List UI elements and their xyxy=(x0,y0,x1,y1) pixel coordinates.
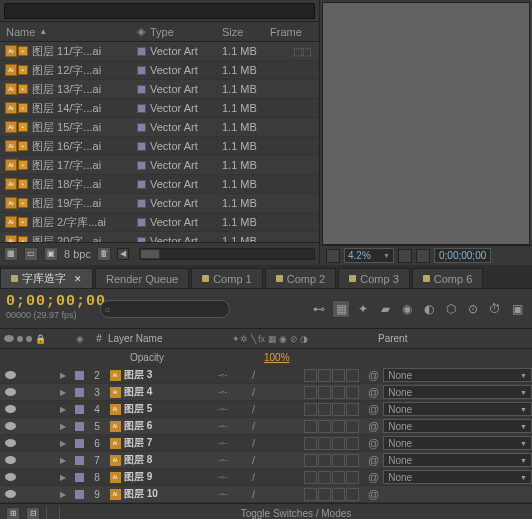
visibility-toggle-icon[interactable] xyxy=(5,405,16,413)
h-scrollbar[interactable] xyxy=(139,248,315,260)
expand-arrow-icon[interactable]: ▶ xyxy=(56,422,70,431)
grid-icon[interactable] xyxy=(398,249,412,263)
switch-blur[interactable]: / xyxy=(252,488,255,500)
bracket-icon[interactable] xyxy=(46,507,60,520)
switch-box[interactable] xyxy=(346,454,359,467)
new-comp-icon[interactable]: ▣ xyxy=(44,247,58,261)
switch-shy[interactable]: -▫- xyxy=(218,489,228,499)
label-swatch[interactable] xyxy=(75,456,84,465)
pickwhip-icon[interactable]: @ xyxy=(368,454,379,466)
switch-blur[interactable]: / xyxy=(252,403,255,415)
project-column-headers[interactable]: Name▲ ◈ Type Size Frame xyxy=(0,22,319,42)
switch-shy[interactable]: -▫- xyxy=(218,438,228,448)
switch-box[interactable] xyxy=(332,437,345,450)
switch-box[interactable] xyxy=(304,471,317,484)
switch-box[interactable] xyxy=(318,437,331,450)
switch-box[interactable] xyxy=(332,454,345,467)
tab-render-queue[interactable]: Render Queue xyxy=(95,268,189,288)
timecode-display[interactable]: 0;00;00;00 xyxy=(6,293,94,310)
brain-icon[interactable]: ◐ xyxy=(420,300,438,318)
layer-name[interactable]: 图层 7 xyxy=(124,436,214,450)
pickwhip-icon[interactable]: @ xyxy=(368,437,379,449)
file-row[interactable]: Ai▪ 图层 13/字...ai Vector Art 1.1 MB xyxy=(0,80,319,99)
tab-comp-3[interactable]: Comp 3 xyxy=(338,268,410,288)
label-col-icon[interactable]: ◈ xyxy=(76,333,84,344)
layer-name[interactable]: 图层 10 xyxy=(124,487,214,501)
file-row[interactable]: Ai▪ 图层 16/字...ai Vector Art 1.1 MB xyxy=(0,137,319,156)
file-row[interactable]: Ai▪ 图层 11/字...ai Vector Art 1.1 MB ⬚⬚ xyxy=(0,42,319,61)
solo-col-icon[interactable] xyxy=(26,336,32,342)
layer-row[interactable]: ▶ 8 Ai 图层 9 -▫-/ @None▼ xyxy=(0,469,532,486)
label-swatch[interactable] xyxy=(137,218,146,227)
switch-box[interactable] xyxy=(346,403,359,416)
label-swatch[interactable] xyxy=(75,439,84,448)
file-row[interactable]: Ai▪ 图层 2/字库...ai Vector Art 1.1 MB xyxy=(0,213,319,232)
switch-box[interactable] xyxy=(304,420,317,433)
switch-shy[interactable]: -▫- xyxy=(218,472,228,482)
file-list[interactable]: Ai▪ 图层 11/字...ai Vector Art 1.1 MB ⬚⬚ Ai… xyxy=(0,42,319,242)
label-swatch[interactable] xyxy=(137,104,146,113)
file-row[interactable]: Ai▪ 图层 17/字...ai Vector Art 1.1 MB xyxy=(0,156,319,175)
file-row[interactable]: Ai▪ 图层 15/字...ai Vector Art 1.1 MB xyxy=(0,118,319,137)
interpret-footage-icon[interactable]: ▦ xyxy=(4,247,18,261)
label-swatch[interactable] xyxy=(75,405,84,414)
pickwhip-icon[interactable]: @ xyxy=(368,403,379,415)
graph-editor-icon[interactable]: ⬡ xyxy=(442,300,460,318)
switch-box[interactable] xyxy=(332,488,345,501)
switch-box[interactable] xyxy=(304,454,317,467)
motion-blur-icon[interactable]: ◉ xyxy=(398,300,416,318)
label-swatch[interactable] xyxy=(137,180,146,189)
layer-name[interactable]: 图层 6 xyxy=(124,419,214,433)
switch-blur[interactable]: / xyxy=(252,454,255,466)
label-swatch[interactable] xyxy=(137,85,146,94)
file-row[interactable]: Ai▪ 图层 19/字...ai Vector Art 1.1 MB xyxy=(0,194,319,213)
switch-box[interactable] xyxy=(332,403,345,416)
expand-arrow-icon[interactable]: ▶ xyxy=(56,405,70,414)
zoom-dropdown[interactable]: 4.2%▼ xyxy=(344,248,394,263)
comp-flowchart-icon[interactable]: ⊷ xyxy=(310,300,328,318)
label-swatch[interactable] xyxy=(75,490,84,499)
close-tab-icon[interactable]: ✕ xyxy=(74,274,82,284)
switch-box[interactable] xyxy=(304,403,317,416)
visibility-toggle-icon[interactable] xyxy=(5,473,16,481)
switch-box[interactable] xyxy=(304,437,317,450)
label-swatch[interactable] xyxy=(137,161,146,170)
switch-box[interactable] xyxy=(346,471,359,484)
file-row[interactable]: Ai▪ 图层 12/字...ai Vector Art 1.1 MB xyxy=(0,61,319,80)
layer-row[interactable]: ▶ 9 Ai 图层 10 -▫-/ @ xyxy=(0,486,532,503)
project-search[interactable] xyxy=(4,3,315,19)
switch-blur[interactable]: / xyxy=(252,420,255,432)
layer-row[interactable]: ▶ 3 Ai 图层 4 -▫-/ @None▼ xyxy=(0,384,532,401)
lock-col-icon[interactable]: 🔒 xyxy=(35,334,46,344)
parent-dropdown[interactable]: None▼ xyxy=(383,436,532,450)
switch-box[interactable] xyxy=(318,454,331,467)
switch-box[interactable] xyxy=(318,403,331,416)
switch-box[interactable] xyxy=(332,369,345,382)
pickwhip-icon[interactable]: @ xyxy=(368,488,379,500)
delete-icon[interactable]: 🗑 xyxy=(97,247,111,261)
layername-col-label[interactable]: Layer Name xyxy=(108,333,228,344)
parent-dropdown[interactable]: None▼ xyxy=(383,453,532,467)
switch-shy[interactable]: -▫- xyxy=(218,387,228,397)
col-size-label[interactable]: Size xyxy=(222,26,270,38)
parent-dropdown[interactable]: None▼ xyxy=(383,402,532,416)
layer-row[interactable]: ▶ 5 Ai 图层 6 -▫-/ @None▼ xyxy=(0,418,532,435)
label-swatch[interactable] xyxy=(75,371,84,380)
opacity-value[interactable]: 100% xyxy=(264,352,290,363)
switch-box[interactable] xyxy=(318,471,331,484)
switch-box[interactable] xyxy=(318,369,331,382)
switch-box[interactable] xyxy=(346,437,359,450)
parent-dropdown[interactable]: None▼ xyxy=(383,368,532,382)
expand-arrow-icon[interactable]: ▶ xyxy=(56,371,70,380)
visibility-toggle-icon[interactable] xyxy=(5,439,16,447)
label-swatch[interactable] xyxy=(137,66,146,75)
tab-comp-1[interactable]: Comp 1 xyxy=(191,268,263,288)
toggle-switches-icon[interactable]: ⊞ xyxy=(6,507,20,520)
switch-box[interactable] xyxy=(318,488,331,501)
label-swatch[interactable] xyxy=(137,199,146,208)
layer-name[interactable]: 图层 3 xyxy=(124,368,214,382)
col-type-label[interactable]: Type xyxy=(150,26,222,38)
switch-shy[interactable]: -▫- xyxy=(218,421,228,431)
switch-box[interactable] xyxy=(332,386,345,399)
switch-box[interactable] xyxy=(332,471,345,484)
